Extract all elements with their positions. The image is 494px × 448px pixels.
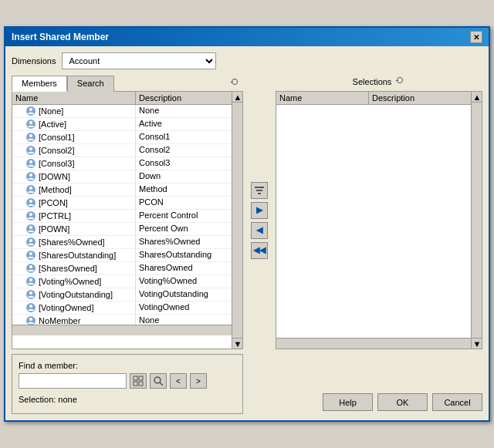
table-body[interactable]: [None]None [Active]Active [Consol1]Conso… <box>12 105 232 325</box>
member-name-cell: [None] <box>12 105 136 117</box>
member-name-cell: [Consol2] <box>12 144 136 157</box>
member-name-text: [Shares%Owned] <box>39 237 105 247</box>
table-row[interactable]: [DOWN]Down <box>12 170 232 184</box>
member-icon <box>25 224 36 234</box>
member-icon <box>25 171 36 182</box>
member-desc-cell: SharesOutstanding <box>136 249 232 261</box>
scroll-down[interactable]: ▼ <box>232 338 242 349</box>
table-row[interactable]: [Consol2]Consol2 <box>12 144 232 157</box>
ok-button[interactable]: OK <box>377 393 428 411</box>
dialog-body: Dimensions Account Members Search <box>5 46 489 420</box>
cancel-button[interactable]: Cancel <box>432 393 482 411</box>
refresh-icon[interactable] <box>226 76 243 92</box>
table-row[interactable]: [PCON]PCON <box>12 197 232 210</box>
selections-header: Selections <box>276 76 482 88</box>
svg-point-9 <box>29 160 32 163</box>
table-row[interactable]: [VotingOutstanding]VotingOutstanding <box>12 288 232 301</box>
horiz-scrollbar[interactable] <box>12 325 232 335</box>
member-name-cell: [Active] <box>12 118 136 130</box>
remove-button[interactable]: ◀ <box>251 222 268 239</box>
main-content: Members Search <box>12 76 482 349</box>
table-row[interactable]: [SharesOwned]SharesOwned <box>12 262 232 275</box>
member-icon <box>25 237 36 248</box>
member-name-text: [PCTRL] <box>39 211 71 221</box>
add-button[interactable]: ▶ <box>251 202 268 219</box>
member-name-cell: [Consol3] <box>12 157 136 170</box>
sel-col-name-header: Name <box>276 92 369 104</box>
sel-scroll-up[interactable]: ▲ <box>472 92 482 103</box>
dimensions-select[interactable]: Account <box>62 52 216 69</box>
member-icon <box>25 211 36 221</box>
table-row[interactable]: [Active]Active <box>12 118 232 131</box>
member-name-text: [Consol2] <box>39 146 74 155</box>
member-desc-cell: Method <box>136 184 232 196</box>
member-icon <box>25 158 36 169</box>
find-prev-button[interactable]: < <box>170 373 187 389</box>
svg-point-15 <box>29 200 32 203</box>
selections-refresh-icon[interactable] <box>394 76 405 88</box>
table-row[interactable]: [Voting%Owned]Voting%Owned <box>12 275 232 288</box>
sel-horiz-scrollbar[interactable] <box>276 338 471 349</box>
member-desc-cell: Consol1 <box>136 131 232 143</box>
member-name-text: [PCON] <box>39 198 68 207</box>
member-name-text: [VotingOutstanding] <box>39 290 113 299</box>
find-grid-button[interactable] <box>130 373 147 389</box>
bottom-buttons: Help OK Cancel <box>249 354 482 414</box>
selection-status: Selection: none <box>19 392 236 407</box>
member-name-cell: [POWN] <box>12 223 136 235</box>
tab-members[interactable]: Members <box>12 76 67 92</box>
member-name-text: [Method] <box>39 185 72 194</box>
svg-point-13 <box>29 187 32 190</box>
member-desc-cell: Active <box>136 118 232 130</box>
member-desc-cell: PCON <box>136 197 232 209</box>
member-desc-cell: Down <box>136 170 232 183</box>
member-name-text: NoMember <box>39 316 80 325</box>
table-row[interactable]: [VotingOwned]VotingOwned <box>12 301 232 315</box>
find-search-button[interactable] <box>150 373 167 389</box>
tab-search[interactable]: Search <box>67 76 114 92</box>
filter-button[interactable] <box>251 182 268 199</box>
table-row[interactable]: [PCTRL]Percent Control <box>12 210 232 223</box>
table-row[interactable]: [Method]Method <box>12 184 232 197</box>
member-desc-cell: VotingOwned <box>136 301 232 314</box>
member-desc-cell: Percent Own <box>136 223 232 235</box>
right-panel: Selections Name Description <box>276 76 482 349</box>
member-desc-cell: Consol2 <box>136 144 232 157</box>
sel-scroll-down[interactable]: ▼ <box>472 338 482 349</box>
left-panel: Members Search <box>12 76 243 349</box>
svg-point-31 <box>29 305 32 308</box>
table-row[interactable]: [POWN]Percent Own <box>12 223 232 236</box>
member-name-cell: [SharesOwned] <box>12 262 136 275</box>
selections-body[interactable] <box>276 105 471 338</box>
scroll-up[interactable]: ▲ <box>232 92 242 103</box>
member-name-cell: [Consol1] <box>12 131 136 143</box>
member-name-cell: [VotingOwned] <box>12 301 136 314</box>
member-icon <box>25 132 36 143</box>
member-name-cell: [Method] <box>12 184 136 196</box>
table-row[interactable]: [None]None <box>12 105 232 118</box>
table-row[interactable]: [Consol3]Consol3 <box>12 157 232 170</box>
close-button[interactable]: ✕ <box>470 31 482 43</box>
col-name-header: Name <box>12 92 136 104</box>
help-button[interactable]: Help <box>323 393 373 411</box>
svg-point-33 <box>29 318 32 321</box>
member-desc-cell: Voting%Owned <box>136 275 232 288</box>
find-member-input[interactable] <box>19 373 127 389</box>
table-row[interactable]: [Shares%Owned]Shares%Owned <box>12 236 232 249</box>
title-bar: Insert Shared Member ✕ <box>5 28 489 46</box>
svg-point-19 <box>29 226 32 229</box>
find-next-button[interactable]: > <box>190 373 207 389</box>
svg-rect-36 <box>255 187 264 188</box>
table-row[interactable]: NoMemberNone <box>12 315 232 325</box>
col-desc-header: Description <box>136 92 232 104</box>
member-icon <box>25 197 36 208</box>
member-name-text: [DOWN] <box>39 172 70 181</box>
selections-table-header: Name Description <box>276 92 471 105</box>
table-header: Name Description <box>12 92 232 105</box>
table-row[interactable]: [SharesOutstanding]SharesOutstanding <box>12 249 232 262</box>
member-icon <box>25 184 36 195</box>
member-desc-cell: SharesOwned <box>136 262 232 275</box>
table-row[interactable]: [Consol1]Consol1 <box>12 131 232 144</box>
dimensions-row: Dimensions Account <box>12 52 482 69</box>
remove-all-button[interactable]: ◀◀ <box>251 242 268 259</box>
